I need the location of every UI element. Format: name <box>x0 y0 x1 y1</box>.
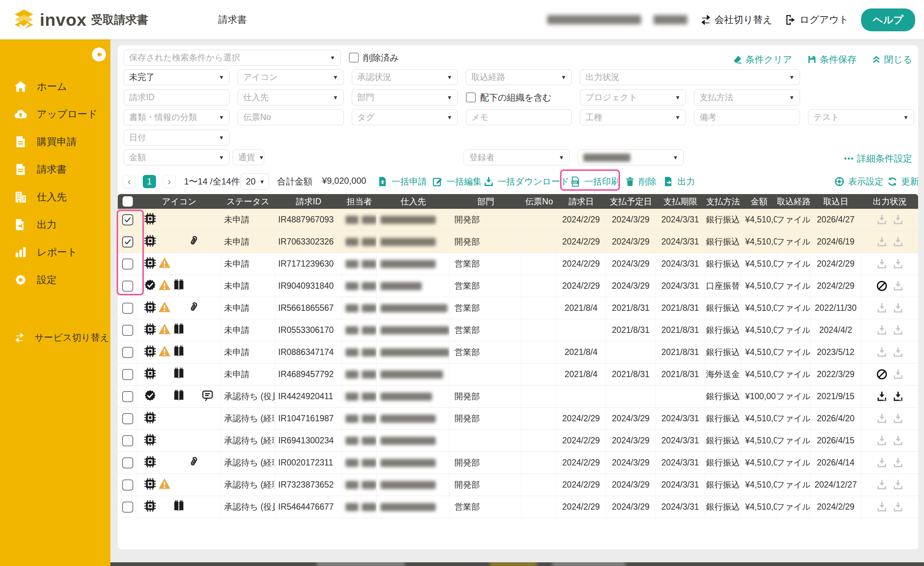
table-row[interactable]: 未申請 IR0553306170 営業部 2021/8/31 2021/8/31… <box>118 319 918 342</box>
import-route-select[interactable]: 取込経路▼ <box>466 69 572 85</box>
output-status-cell[interactable] <box>861 363 918 385</box>
bulk-print-button[interactable]: PDF 一括印刷 <box>570 176 620 187</box>
table-row[interactable]: 承認待ち (経理 IR7323873652 開発部 2024/2/29 2024… <box>118 474 918 496</box>
clear-conditions-button[interactable]: 条件クリア <box>733 53 792 66</box>
output-status-cell[interactable] <box>861 231 918 253</box>
page-1-button[interactable]: 1 <box>143 175 156 188</box>
output-status-cell[interactable] <box>861 385 918 408</box>
table-row[interactable]: 承認待ち (役員 IR5464476677 営業部 2024/2/29 2024… <box>118 496 918 518</box>
output-status-select[interactable]: 出力状況▼ <box>580 69 800 85</box>
output-status-cell[interactable] <box>861 496 918 518</box>
bulk-apply-button[interactable]: 一括申請 <box>377 176 427 187</box>
row-checkbox[interactable] <box>118 408 138 430</box>
date-select[interactable]: 日付▼ <box>124 129 230 146</box>
row-checkbox[interactable] <box>118 474 138 496</box>
advanced-conditions-button[interactable]: 詳細条件設定 <box>844 152 912 165</box>
row-checkbox[interactable] <box>118 319 138 342</box>
slip-no-input[interactable]: 伝票No <box>238 109 344 125</box>
bulk-edit-button[interactable]: 一括編集 <box>432 176 482 187</box>
completion-status-select[interactable]: 未完了▼ <box>124 69 230 85</box>
sidebar-item-upload[interactable]: アップロード <box>0 100 110 128</box>
sidebar-collapse-button[interactable] <box>92 48 106 62</box>
table-row[interactable]: 承認待ち (経理 IR6941300234 2024/2/29 2024/3/2… <box>118 430 918 452</box>
row-checkbox[interactable] <box>118 342 138 363</box>
help-button[interactable]: ヘルプ <box>861 9 915 31</box>
registrant-value-select[interactable]: ▼ <box>578 149 684 166</box>
table-row[interactable]: 未申請 IR7171239630 営業部 2024/2/29 2024/3/29… <box>118 253 918 275</box>
table-row[interactable]: 未申請 IR5661865567 営業部 2021/8/4 2021/8/31 … <box>118 297 918 319</box>
row-checkbox[interactable] <box>118 385 138 408</box>
output-status-cell[interactable] <box>861 342 918 363</box>
row-checkbox[interactable] <box>118 275 138 297</box>
close-filters-button[interactable]: 閉じる <box>872 53 912 66</box>
doc-class-select[interactable]: 書類・情報の分類▼ <box>124 109 230 125</box>
table-row[interactable]: 未申請 IR4689457792 2021/8/4 2021/8/31 2021… <box>118 363 918 385</box>
supplier-select[interactable]: 仕入先▼ <box>238 89 344 105</box>
export-button[interactable]: 出力 <box>663 176 695 187</box>
output-status-cell[interactable] <box>861 319 918 342</box>
company-switch-button[interactable]: 会社切り替え <box>700 13 772 26</box>
pay-method-select[interactable]: 支払方法▼ <box>694 89 800 105</box>
table-row[interactable]: 未申請 IR0886347174 営業部 2021/8/4 2021/8/31 … <box>118 342 918 363</box>
test-select[interactable]: テスト▼ <box>808 109 914 125</box>
table-row[interactable]: 未申請 IR4887967093 開発部 2024/2/29 2024/3/29… <box>118 209 918 231</box>
row-checkbox[interactable] <box>118 253 138 275</box>
tag-select[interactable]: タグ▼ <box>352 109 458 125</box>
brand[interactable]: invox 受取請求書 <box>13 9 148 31</box>
row-checkbox[interactable] <box>118 452 138 474</box>
work-type-select[interactable]: 工種▼ <box>580 109 686 125</box>
include-sub-org-checkbox[interactable]: 配下の組織を含む <box>466 92 572 104</box>
invoice-id-input[interactable]: 請求ID <box>124 89 230 105</box>
output-status-cell[interactable] <box>861 275 918 297</box>
table-row[interactable]: 未申請 IR9040931840 営業部 2024/2/29 2024/3/29… <box>118 275 918 297</box>
sidebar-item-settings[interactable]: 設定 <box>0 266 110 294</box>
registrant-select[interactable]: 登録者▼ <box>464 149 570 166</box>
currency-select[interactable]: 通貨▼ <box>232 149 264 166</box>
row-checkbox[interactable] <box>118 363 138 385</box>
prev-page-button[interactable]: ‹ <box>123 175 136 188</box>
sidebar-item-home[interactable]: ホーム <box>0 72 110 100</box>
output-status-cell[interactable] <box>861 297 918 319</box>
table-row[interactable]: 承認待ち (経理 IR1047161987 開発部 2024/2/29 2024… <box>118 408 918 430</box>
output-status-cell[interactable] <box>861 452 918 474</box>
amount-select[interactable]: 金額▼ <box>124 149 230 166</box>
refresh-button[interactable]: 更新 <box>887 176 919 187</box>
topnav-invoice[interactable]: 請求書 <box>218 13 247 26</box>
download-disabled-icon <box>892 435 904 446</box>
next-page-button[interactable]: › <box>163 175 176 188</box>
row-checkbox[interactable] <box>118 430 138 452</box>
sidebar-item-service-switch[interactable]: サービス切り替え <box>0 324 110 351</box>
department-select[interactable]: 部門▼ <box>352 89 458 105</box>
sidebar-item-invoice[interactable]: 請求書 <box>0 155 110 183</box>
icon-filter-select[interactable]: アイコン▼ <box>238 69 344 85</box>
delete-button[interactable]: 削除 <box>624 176 657 187</box>
row-checkbox[interactable] <box>118 496 138 518</box>
output-status-cell[interactable] <box>861 430 918 452</box>
output-status-cell[interactable] <box>861 408 918 430</box>
row-checkbox[interactable] <box>118 297 138 319</box>
note-input[interactable]: 備考 <box>694 109 800 125</box>
view-settings-button[interactable]: 表示設定 <box>834 176 884 187</box>
save-conditions-button[interactable]: 条件保存 <box>807 53 856 66</box>
table-row[interactable]: 未申請 IR7063302326 開発部 2024/2/29 2024/3/29… <box>118 231 918 253</box>
sidebar-item-export[interactable]: 出力 <box>0 211 110 238</box>
select-all-checkbox[interactable] <box>118 194 138 209</box>
table-row[interactable]: 承認待ち (経理 IR0020172311 開発部 2024/2/29 2024… <box>118 452 918 474</box>
output-status-cell[interactable] <box>861 253 918 275</box>
sidebar-item-purchase-request[interactable]: 購買申請 <box>0 128 110 155</box>
project-select[interactable]: プロジェクト▼ <box>580 89 686 105</box>
approval-status-select[interactable]: 承認状況▼ <box>352 69 458 85</box>
logout-button[interactable]: ログアウト <box>785 13 849 26</box>
per-page-select[interactable]: 20▼ <box>240 173 269 190</box>
memo-input[interactable]: メモ <box>466 109 572 125</box>
row-checkbox[interactable] <box>118 231 138 253</box>
table-row[interactable]: 承認待ち (役員 IR4424920411 開発部 銀行振込 ¥100,00 フ… <box>118 385 918 408</box>
bulk-download-button[interactable]: 一括ダウンロード <box>483 176 569 187</box>
output-status-cell[interactable] <box>861 209 918 231</box>
deleted-checkbox[interactable]: 削除済み <box>349 52 455 64</box>
saved-search-select[interactable]: 保存された検索条件から選択▼ <box>124 50 341 66</box>
sidebar-item-supplier[interactable]: 仕入先 <box>0 183 110 211</box>
sidebar-item-report[interactable]: レポート <box>0 238 110 266</box>
output-status-cell[interactable] <box>861 474 918 496</box>
row-checkbox[interactable] <box>118 209 138 231</box>
